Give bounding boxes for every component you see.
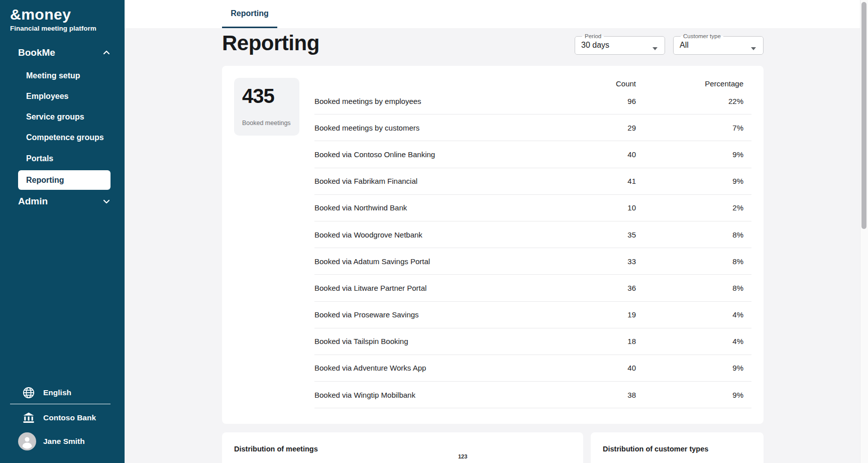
row-label: Booked via Wingtip Mobilbank bbox=[314, 391, 576, 399]
row-count: 35 bbox=[576, 230, 636, 239]
row-count: 38 bbox=[576, 391, 636, 399]
row-count: 29 bbox=[576, 124, 636, 132]
chart-value-label: 123 bbox=[458, 453, 467, 459]
sidebar-item-label: Service groups bbox=[26, 112, 84, 122]
table-row: Booked meetings by customers 29 7% bbox=[314, 114, 751, 141]
brand-logo: &money Financial meeting platform bbox=[10, 6, 96, 32]
table-row: Booked via Northwind Bank 10 2% bbox=[314, 195, 751, 221]
row-label: Booked via Tailspin Booking bbox=[314, 337, 576, 345]
card-title: Distribution of customer types bbox=[603, 445, 708, 453]
period-select-value: 30 days bbox=[581, 41, 659, 50]
top-navigation-bar: Reporting bbox=[125, 0, 860, 28]
table-row: Booked via Wingtip Mobilbank 38 9% bbox=[314, 382, 751, 408]
sidebar-item-service-groups[interactable]: Service groups bbox=[26, 111, 84, 123]
dropdown-arrow-icon bbox=[751, 47, 756, 50]
sidebar-item-label: Competence groups bbox=[26, 133, 104, 142]
sidebar-section-label: BookMe bbox=[18, 47, 55, 58]
booked-meetings-card: 435 Booked meetings Count Percentage Boo… bbox=[222, 66, 764, 424]
table-row: Booked via Litware Partner Portal 36 8% bbox=[314, 275, 751, 301]
brand-tagline: Financial meeting platform bbox=[10, 25, 96, 32]
globe-icon bbox=[22, 386, 35, 399]
row-count: 18 bbox=[576, 337, 636, 345]
row-label: Booked meetings by customers bbox=[314, 124, 576, 132]
sidebar-item-reporting-active[interactable]: Reporting bbox=[18, 170, 111, 190]
row-label: Booked via Contoso Online Banking bbox=[314, 150, 576, 159]
brand-name: &money bbox=[10, 6, 96, 23]
table-row: Booked via Contoso Online Banking 40 9% bbox=[314, 141, 751, 168]
row-percentage: 8% bbox=[636, 284, 751, 292]
table-row: Booked via Proseware Savings 19 4% bbox=[314, 302, 751, 328]
row-count: 40 bbox=[576, 364, 636, 372]
row-label: Booked via Adventure Works App bbox=[314, 364, 576, 372]
tab-reporting[interactable]: Reporting bbox=[222, 0, 277, 28]
sidebar-section-label: Admin bbox=[18, 196, 48, 207]
tab-label: Reporting bbox=[231, 9, 269, 18]
sidebar: &money Financial meeting platform BookMe… bbox=[0, 0, 125, 463]
organization-label: Contoso Bank bbox=[43, 413, 96, 422]
sidebar-item-label: Portals bbox=[26, 154, 53, 163]
row-percentage: 9% bbox=[636, 364, 751, 372]
sidebar-section-bookme[interactable]: BookMe bbox=[18, 46, 111, 59]
sidebar-item-portals[interactable]: Portals bbox=[26, 153, 53, 164]
header-count: Count bbox=[576, 79, 636, 88]
sidebar-item-label: Meeting setup bbox=[26, 71, 80, 80]
dropdown-arrow-icon bbox=[653, 47, 658, 50]
row-percentage: 8% bbox=[636, 230, 751, 239]
row-count: 33 bbox=[576, 257, 636, 266]
summary-stat: 435 Booked meetings bbox=[234, 78, 299, 136]
organization-selector[interactable]: Contoso Bank bbox=[22, 410, 96, 425]
row-percentage: 9% bbox=[636, 391, 751, 399]
customer-type-select[interactable]: Customer type All bbox=[673, 33, 764, 55]
user-menu[interactable]: Jane Smith bbox=[18, 432, 85, 450]
row-percentage: 22% bbox=[636, 97, 751, 105]
row-label: Booked via Northwind Bank bbox=[314, 203, 576, 212]
sidebar-section-admin[interactable]: Admin bbox=[18, 195, 111, 208]
row-count: 36 bbox=[576, 284, 636, 292]
row-label: Booked meetings by employees bbox=[314, 97, 576, 105]
customer-type-select-value: All bbox=[680, 41, 757, 50]
table-row: Booked via Fabrikam Financial 41 9% bbox=[314, 168, 751, 195]
sidebar-item-label: Reporting bbox=[26, 176, 64, 185]
table-row: Booked meetings by employees 96 22% bbox=[314, 88, 751, 114]
row-percentage: 9% bbox=[636, 150, 751, 159]
language-label: English bbox=[43, 388, 71, 397]
sidebar-item-competence-groups[interactable]: Competence groups bbox=[26, 132, 104, 143]
sidebar-item-meeting-setup[interactable]: Meeting setup bbox=[26, 70, 80, 81]
sidebar-divider bbox=[10, 404, 111, 404]
customer-type-select-label: Customer type bbox=[681, 33, 723, 39]
summary-value: 435 bbox=[242, 85, 291, 107]
row-label: Booked via Proseware Savings bbox=[314, 310, 576, 319]
row-count: 41 bbox=[576, 177, 636, 185]
sidebar-item-label: Employees bbox=[26, 92, 68, 101]
row-percentage: 9% bbox=[636, 177, 751, 185]
user-name: Jane Smith bbox=[43, 437, 85, 446]
table-row: Booked via Woodgrove Netbank 35 8% bbox=[314, 221, 751, 248]
row-count: 40 bbox=[576, 150, 636, 159]
scrollbar-thumb[interactable] bbox=[861, 2, 866, 229]
row-percentage: 4% bbox=[636, 337, 751, 345]
row-percentage: 4% bbox=[636, 310, 751, 319]
table-row: Booked via Adatum Savings Portal 33 8% bbox=[314, 248, 751, 275]
row-count: 10 bbox=[576, 203, 636, 212]
distribution-of-customer-types-card: Distribution of customer types bbox=[591, 432, 764, 463]
meetings-table: Count Percentage Booked meetings by empl… bbox=[314, 66, 751, 408]
row-percentage: 8% bbox=[636, 257, 751, 266]
chevron-down-icon bbox=[102, 197, 111, 205]
vertical-scrollbar[interactable] bbox=[860, 0, 868, 463]
avatar bbox=[18, 432, 36, 450]
table-row: Booked via Adventure Works App 40 9% bbox=[314, 355, 751, 382]
row-label: Booked via Fabrikam Financial bbox=[314, 177, 576, 185]
row-count: 19 bbox=[576, 310, 636, 319]
header-percentage: Percentage bbox=[636, 79, 751, 88]
sidebar-item-employees[interactable]: Employees bbox=[26, 91, 68, 102]
row-percentage: 7% bbox=[636, 124, 751, 132]
page-title: Reporting bbox=[222, 31, 319, 55]
row-count: 96 bbox=[576, 97, 636, 105]
row-label: Booked via Adatum Savings Portal bbox=[314, 257, 576, 266]
card-title: Distribution of meetings bbox=[234, 445, 318, 453]
distribution-of-meetings-card: Distribution of meetings 123 bbox=[222, 432, 583, 463]
content-area: Reporting Reporting Period 30 days Custo… bbox=[125, 0, 860, 463]
bank-icon bbox=[22, 411, 35, 424]
language-selector[interactable]: English bbox=[22, 385, 71, 401]
period-select[interactable]: Period 30 days bbox=[575, 33, 665, 55]
